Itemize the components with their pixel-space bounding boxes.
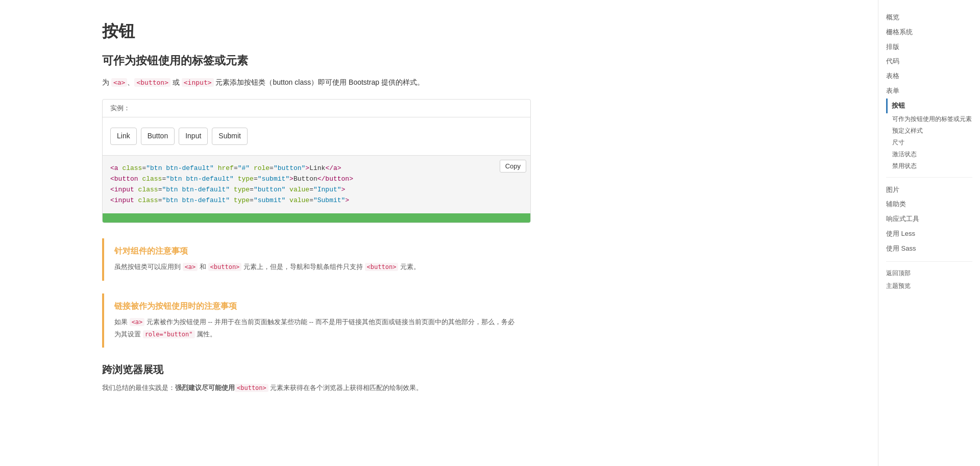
code-attr: value <box>285 186 309 193</box>
code-tag: > <box>305 164 309 172</box>
code-tag: </button> <box>317 175 353 183</box>
intro-paragraph: 为 <a>、<button> 或 <input> 元素添加按钮类（button … <box>102 76 531 89</box>
demo-preview: Link Button <box>103 117 530 156</box>
cross-text-before: 我们总结的最佳实践是： <box>102 384 175 391</box>
cross-browser-section: 跨浏览器展现 我们总结的最佳实践是：强烈建议尽可能使用<button> 元素来获… <box>102 363 531 394</box>
code-attr: class <box>134 197 158 204</box>
intro-code-button: <button> <box>134 78 170 87</box>
code-val: "Input" <box>313 186 341 193</box>
sidebar-item-code[interactable]: 代码 <box>886 54 972 69</box>
demo-button-button[interactable]: Button <box>141 128 175 145</box>
code-tag: </a> <box>325 164 341 172</box>
sidebar-item-responsive[interactable]: 响应式工具 <box>886 212 972 227</box>
alert-link-as-button: 链接被作为按钮使用时的注意事项 如果 <a> 元素被作为按钮使用 -- 并用于在… <box>102 293 531 348</box>
code-block-wrapper: Copy <a class="btn btn-default" href="#"… <box>103 156 530 223</box>
code-val: "button" <box>254 186 285 193</box>
intro-code-a: <a> <box>111 78 127 87</box>
sidebar-item-button[interactable]: 按钮 <box>886 99 972 113</box>
code-tag: > <box>341 186 346 193</box>
copy-button[interactable]: Copy <box>500 160 526 173</box>
sidebar-item-typography[interactable]: 排版 <box>886 40 972 55</box>
sidebar-item-less[interactable]: 使用 Less <box>886 227 972 241</box>
code-attr: type <box>230 197 250 204</box>
alert1-text-before: 虽然按钮类可以应用到 <box>114 263 183 271</box>
demo-box: 实例： Link Button Copy <a class="btn btn-d… <box>102 99 531 223</box>
alert1-text: 虽然按钮类可以应用到 <a> 和 <button> 元素上，但是，导航和导航条组… <box>114 261 521 273</box>
code-val: "submit" <box>258 175 289 183</box>
alert1-text-after: 元素上，但是，导航和导航条组件只支持 <box>241 263 364 271</box>
alert1-text-middle: 和 <box>198 263 208 271</box>
intro-sep2: 或 <box>170 78 182 86</box>
demo-link-button[interactable]: Link <box>110 128 137 145</box>
code-val: "btn btn-default" <box>146 164 214 172</box>
sidebar-sub-item-active[interactable]: 激活状态 <box>886 149 972 160</box>
intro-code-input: <input> <box>182 78 214 87</box>
code-line-1: <a class="btn btn-default" href="#" role… <box>110 163 523 174</box>
intro-text-after: 元素添加按钮类（button class）即可使用 Bootstrap 提供的样… <box>214 78 424 86</box>
sidebar-sub-item-tags[interactable]: 可作为按钮使用的标签或元素 <box>886 113 972 125</box>
cross-strong: 强烈建议尽可能使用 <box>175 384 235 391</box>
sidebar-sub-item-size[interactable]: 尺寸 <box>886 137 972 149</box>
code-attr: class <box>138 175 162 183</box>
demo-input-button[interactable] <box>179 128 208 145</box>
sidebar-sub-item-disabled[interactable]: 禁用状态 <box>886 160 972 172</box>
main-content: 按钮 可作为按钮使用的标签或元素 为 <a>、<button> 或 <input… <box>0 0 561 466</box>
code-attr: type <box>230 186 250 193</box>
code-tag: <button <box>110 175 138 183</box>
intro-text-before: 为 <box>102 78 111 86</box>
alert2-text: 如果 <a> 元素被作为按钮使用 -- 并用于在当前页面触发某些功能 -- 而不… <box>114 316 521 340</box>
code-block: <a class="btn btn-default" href="#" role… <box>103 156 530 213</box>
code-tag: > <box>345 197 349 204</box>
intro-sep1: 、 <box>127 78 134 86</box>
sidebar-item-overview[interactable]: 概览 <box>886 10 972 25</box>
code-line-2: <button class="btn btn-default" type="su… <box>110 174 523 185</box>
sidebar-item-helper[interactable]: 辅助类 <box>886 197 972 212</box>
code-tag: <input <box>110 197 134 204</box>
code-val: "btn btn-default" <box>166 175 234 183</box>
code-val: "Submit" <box>313 197 345 204</box>
sidebar-divider2 <box>886 261 972 262</box>
sidebar-back-top[interactable]: 返回顶部 <box>886 267 972 280</box>
sidebar-item-image[interactable]: 图片 <box>886 183 972 198</box>
sidebar-divider <box>886 177 972 178</box>
sidebar-item-sass[interactable]: 使用 Sass <box>886 241 972 256</box>
code-val: "button" <box>274 164 305 172</box>
sidebar-sub-item-predefined[interactable]: 预定义样式 <box>886 125 972 137</box>
cross-text-after: 元素来获得在各个浏览器上获得相匹配的绘制效果。 <box>268 384 423 391</box>
alert2-text-end: 属性。 <box>195 330 217 338</box>
code-attr: href <box>214 164 234 172</box>
demo-submit-button[interactable] <box>212 128 248 145</box>
alert1-code3: <button> <box>365 263 399 271</box>
cross-browser-title: 跨浏览器展现 <box>102 363 531 377</box>
sidebar-item-grid[interactable]: 栅格系统 <box>886 25 972 40</box>
code-val: "#" <box>238 164 250 172</box>
alert1-code2: <button> <box>208 263 242 271</box>
alert2-code1: <a> <box>130 318 145 326</box>
sidebar-item-form[interactable]: 表单 <box>886 84 972 99</box>
section-title: 可作为按钮使用的标签或元素 <box>102 53 531 68</box>
code-val: "btn btn-default" <box>162 197 230 204</box>
alert2-text-before: 如果 <box>114 318 130 326</box>
sidebar: 概览 栅格系统 排版 代码 表格 表单 按钮 可作为按钮使用的标签或元素 预定义… <box>878 0 980 466</box>
code-attr: role <box>250 164 270 172</box>
sidebar-theme-preview[interactable]: 主题预览 <box>886 280 972 292</box>
code-attr: value <box>285 197 309 204</box>
page-title: 按钮 <box>102 20 531 43</box>
code-attr: class <box>118 164 142 172</box>
alert1-title: 针对组件的注意事项 <box>114 246 521 257</box>
alert2-code2: role="button" <box>143 330 195 338</box>
code-line-3: <input class="btn btn-default" type="but… <box>110 185 523 195</box>
code-tag: <input <box>110 186 134 193</box>
alert-component-notice: 针对组件的注意事项 虽然按钮类可以应用到 <a> 和 <button> 元素上，… <box>102 238 531 281</box>
progress-bar <box>103 213 530 223</box>
alert1-text-end: 元素。 <box>398 263 420 271</box>
code-line-4: <input class="btn btn-default" type="sub… <box>110 195 523 206</box>
code-attr: class <box>134 186 158 193</box>
code-tag: <a <box>110 164 118 172</box>
demo-label: 实例： <box>103 100 530 117</box>
alert1-code1: <a> <box>183 263 198 271</box>
code-attr: type <box>234 175 254 183</box>
alert2-title: 链接被作为按钮使用时的注意事项 <box>114 301 521 312</box>
sidebar-item-table[interactable]: 表格 <box>886 69 972 84</box>
code-val: "btn btn-default" <box>162 186 230 193</box>
